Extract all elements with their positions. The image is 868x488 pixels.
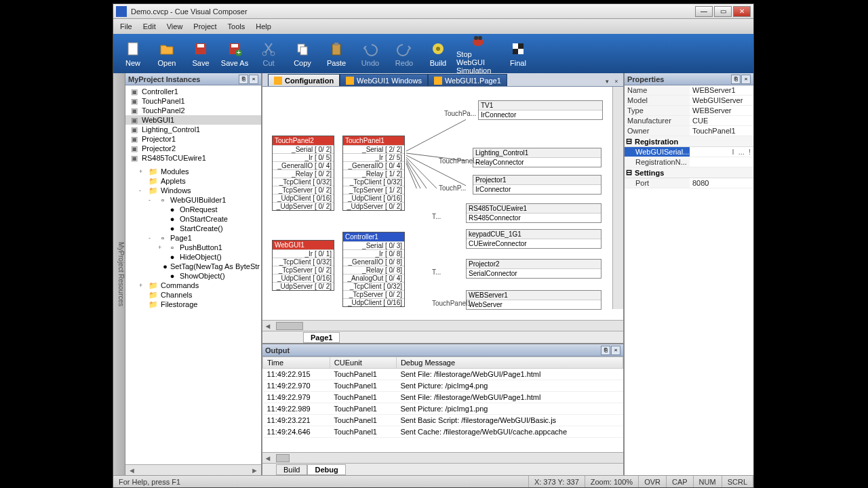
panel-close-icon[interactable]: × (249, 75, 258, 84)
tool-stop[interactable]: Stop WebGUI Simulation (456, 37, 500, 70)
tree-item[interactable]: ●StartCreate() (125, 224, 261, 233)
output-hscroll[interactable]: ◄ (262, 452, 623, 463)
instance-item[interactable]: ▣RS485ToCUEwire1 (125, 153, 261, 163)
instance-item[interactable]: ▣Lighting_Control1 (125, 125, 261, 134)
tool-saveas[interactable]: +Save As (219, 37, 250, 70)
diagram-node[interactable]: Controller1_Serial [ 0/ 3]_Ir [ 0/ 8]_Ge… (342, 232, 405, 307)
tool-build[interactable]: Build (422, 37, 454, 70)
maximize-button[interactable]: ▭ (714, 6, 732, 17)
connector-box[interactable]: Lighting_Control1RelayConnector (473, 148, 601, 167)
connector-box[interactable]: Projector1IrConnector (473, 175, 601, 195)
connector-box[interactable]: RS485ToCUEwire1RS485Connector (466, 203, 601, 223)
device-icon: ▣ (130, 97, 139, 105)
svg-point-8 (271, 52, 275, 56)
tool-open[interactable]: Open (151, 37, 182, 70)
close-button[interactable]: ✕ (733, 6, 751, 17)
status-cap: CAP (667, 476, 694, 487)
tree-item[interactable]: ●OnStartCreate (125, 214, 261, 224)
menu-file[interactable]: File (115, 20, 138, 33)
prop-row[interactable]: Port8080 (625, 178, 753, 188)
tree-item[interactable]: ●ShowObject() (125, 271, 261, 281)
menu-edit[interactable]: Edit (138, 20, 161, 33)
tree-item[interactable]: +📁Commands (125, 281, 261, 290)
output-pin-icon[interactable]: ⎘ (601, 346, 610, 355)
page-tab[interactable]: Page1 (303, 332, 340, 343)
prop-row[interactable]: OwnerTouchPanel1 (625, 126, 753, 136)
tool-paste[interactable]: Paste (321, 37, 352, 70)
connector-box[interactable]: TV1IrConnector (478, 100, 603, 120)
instances-list[interactable]: ▣Controller1▣TouchPanel1▣TouchPanel2▣Web… (125, 85, 261, 165)
instance-item[interactable]: ▣Controller1 (125, 87, 261, 96)
connector-box[interactable]: keypadCUE_1G1CUEwireConnector (466, 229, 601, 249)
menu-project[interactable]: Project (188, 20, 222, 33)
prop-group[interactable]: ⊟Settings (625, 167, 753, 178)
tree-item[interactable]: 📁Channels (125, 290, 261, 300)
tree-item[interactable]: -▫WebGUIBuilder1 (125, 195, 261, 205)
titlebar[interactable]: Demo.cvcp - Cue Visual Composer — ▭ ✕ (113, 4, 753, 19)
tool-final[interactable]: Final (502, 37, 534, 70)
output-col[interactable]: Time (263, 357, 330, 369)
menu-help[interactable]: Help (250, 20, 277, 33)
instance-item[interactable]: ▣Projector2 (125, 144, 261, 153)
properties-grid[interactable]: NameWEBServer1ModelWebGUIServerTypeWEBSe… (625, 85, 753, 475)
output-tab-build[interactable]: Build (276, 464, 307, 475)
resources-strip[interactable]: MyProject Resources (113, 73, 125, 475)
prop-group[interactable]: ⊟Registration (625, 136, 753, 147)
diagram-node[interactable]: WebGUI1_Ir [ 0/ 1]_TcpClient [ 0/32]_Tcp… (272, 240, 334, 291)
output-col[interactable]: Debug Message (396, 357, 623, 369)
output-col[interactable]: CUEunit (330, 357, 396, 369)
tree-item[interactable]: ●SetTag(NewTag As ByteStr (125, 262, 261, 271)
instance-item[interactable]: ▣TouchPanel2 (125, 106, 261, 115)
tab-close-icon[interactable]: × (612, 78, 620, 86)
prop-row[interactable]: ModelWebGUIServer (625, 96, 753, 106)
output-row[interactable]: 11:49:22.915TouchPanel1Sent File: /files… (263, 369, 623, 380)
prop-row[interactable]: ManufacturerCUE (625, 116, 753, 126)
props-close-icon[interactable]: × (741, 75, 751, 84)
output-close-icon[interactable]: × (611, 346, 620, 355)
left-scrollbar[interactable]: ◄► (125, 464, 261, 475)
tree-item[interactable]: 📁Applets (125, 176, 261, 186)
tab-dropdown-icon[interactable]: ▾ (603, 78, 611, 86)
instance-item[interactable]: ▣WebGUI1 (125, 115, 261, 125)
props-pin-icon[interactable]: ⎘ (731, 75, 741, 84)
tool-save[interactable]: Save (185, 37, 216, 70)
connector-box[interactable]: WEBServer1WebServer (466, 290, 601, 310)
prop-row[interactable]: WebGUISerial...I ... ! (625, 147, 753, 157)
configuration-canvas[interactable]: TouchPanel2_Serial [ 0/ 2]_Ir [ 0/ 5]_Ge… (262, 87, 623, 320)
output-tab-debug[interactable]: Debug (307, 464, 345, 475)
editor-tab[interactable]: WebGUI1.Page1 (428, 74, 507, 86)
tree-item[interactable]: 📁Filestorage (125, 300, 261, 309)
output-row[interactable]: 11:49:24.646TouchPanel1Sent Cache: /file… (263, 426, 623, 438)
menubar: FileEditViewProjectToolsHelp (113, 19, 753, 34)
canvas-vscroll[interactable] (612, 87, 623, 309)
editor-tab[interactable]: Configuration (268, 74, 340, 86)
prop-row[interactable]: NameWEBServer1 (625, 85, 753, 96)
project-tree[interactable]: +📁Modules📁Applets-📁Windows-▫WebGUIBuilde… (125, 165, 261, 464)
output-row[interactable]: 11:49:22.970TouchPanel1Sent Picture: /pi… (263, 380, 623, 392)
canvas-hscroll[interactable]: ◄ (262, 320, 623, 331)
connector-box[interactable]: Projector2SerialConnector (466, 259, 601, 279)
tree-item[interactable]: ●HideObject() (125, 252, 261, 262)
instance-item[interactable]: ▣TouchPanel1 (125, 96, 261, 106)
output-row[interactable]: 11:49:22.979TouchPanel1Sent File: /files… (263, 392, 623, 403)
tree-item[interactable]: +📁Modules (125, 167, 261, 176)
output-row[interactable]: 11:49:22.989TouchPanel1Sent Picture: /pi… (263, 403, 623, 415)
output-row[interactable]: 11:49:23.221TouchPanel1Sent Basic Script… (263, 415, 623, 426)
prop-row[interactable]: RegistrationN... (625, 157, 753, 167)
tree-item[interactable]: -▫Page1 (125, 233, 261, 243)
panel-pin-icon[interactable]: ⎘ (239, 75, 248, 84)
instance-item[interactable]: ▣Projector1 (125, 134, 261, 144)
menu-tools[interactable]: Tools (222, 20, 251, 33)
diagram-node[interactable]: TouchPanel1_Serial [ 2/ 2]_Ir [ 2/ 5]_Ge… (342, 136, 405, 211)
tool-copy[interactable]: Copy (287, 37, 318, 70)
diagram-node[interactable]: TouchPanel2_Serial [ 0/ 2]_Ir [ 0/ 5]_Ge… (272, 136, 334, 211)
output-body[interactable]: TimeCUEunitDebug Message11:49:22.915Touc… (262, 357, 623, 452)
prop-row[interactable]: TypeWEBServer (625, 106, 753, 116)
tree-item[interactable]: -📁Windows (125, 186, 261, 195)
tool-new[interactable]: New (117, 37, 149, 70)
tree-item[interactable]: ●OnRequest (125, 205, 261, 214)
editor-tab[interactable]: WebGUI1 Windows (340, 74, 428, 86)
menu-view[interactable]: View (161, 20, 189, 33)
minimize-button[interactable]: — (695, 6, 713, 17)
tree-item[interactable]: +▫PushButton1 (125, 243, 261, 252)
